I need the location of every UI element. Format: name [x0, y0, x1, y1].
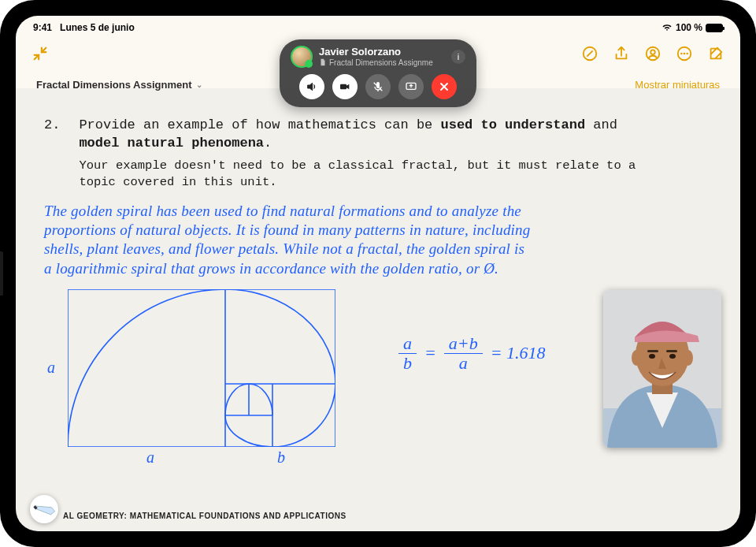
svg-point-18	[632, 350, 641, 366]
facetime-call-panel[interactable]: Javier Solorzano Fractal Dimensions Assi…	[280, 39, 476, 107]
q-text-e: .	[264, 136, 272, 151]
battery-icon	[706, 24, 723, 32]
call-info-button[interactable]: i	[451, 50, 465, 64]
svg-point-4	[680, 53, 683, 55]
answer-line4: a logarithmic spiral that grows in accor…	[44, 259, 712, 278]
mute-button[interactable]	[365, 74, 391, 99]
svg-point-19	[684, 350, 693, 366]
question-block: 2. Provide an example of how mathematics…	[44, 117, 712, 191]
golden-spiral-drawing	[68, 289, 335, 447]
label-b-bottom: b	[277, 448, 285, 467]
svg-rect-7	[68, 289, 335, 447]
info-letter: i	[458, 52, 459, 61]
status-date: Lunes 5 de junio	[60, 22, 135, 33]
svg-point-2	[650, 50, 655, 54]
screenshare-button[interactable]	[398, 74, 424, 99]
document-icon	[319, 58, 327, 66]
fraction-ab: a b	[398, 335, 417, 372]
caller-avatar[interactable]	[291, 46, 313, 68]
golden-ratio-equation: a b = a+b a = 1.618	[398, 335, 546, 372]
status-left: 9:41 Lunes 5 de junio	[33, 22, 135, 33]
caller-sub-label: Fractal Dimensions Assignme	[329, 58, 433, 67]
ipad-side-button	[0, 251, 3, 296]
svg-point-20	[649, 354, 655, 359]
status-time: 9:41	[33, 22, 52, 33]
svg-rect-23	[666, 350, 677, 352]
question-number: 2.	[44, 117, 60, 191]
camera-button[interactable]	[332, 74, 358, 99]
q-text-b: used to understand	[440, 117, 585, 132]
collaborators-icon[interactable]	[644, 45, 662, 62]
footer-book-title: AL GEOMETRY: MATHEMATICAL FOUNDATIONS AN…	[63, 512, 346, 520]
document-title-label: Fractal Dimensions Assignment	[36, 79, 191, 91]
handwritten-answer: The golden spiral has been used to find …	[44, 202, 712, 278]
q-text-d: model natural phenomena	[79, 136, 264, 151]
question-body: Provide an example of how mathematics ca…	[79, 117, 646, 191]
q-text-a: Provide an example of how mathematics ca…	[79, 117, 440, 132]
battery-percent: 100 %	[676, 22, 702, 33]
caller-name: Javier Solorzano	[319, 47, 445, 58]
status-right: 100 %	[662, 22, 723, 33]
show-thumbnails-link[interactable]: Mostrar miniaturas	[635, 79, 720, 91]
frac2-den: a	[454, 354, 472, 372]
svg-rect-24	[340, 84, 346, 90]
eq-equals-1: =	[424, 343, 436, 363]
frac-den: b	[398, 354, 417, 372]
compose-icon[interactable]	[707, 45, 724, 62]
svg-point-5	[684, 53, 686, 55]
label-a-bottom: a	[146, 448, 154, 467]
svg-rect-22	[647, 350, 658, 352]
facetime-selfview[interactable]	[603, 290, 721, 448]
status-bar: 9:41 Lunes 5 de junio 100 %	[16, 16, 740, 36]
share-icon[interactable]	[613, 45, 630, 62]
svg-point-21	[669, 354, 676, 359]
frac-num: a	[398, 335, 417, 354]
answer-line2: proportions of natural objects. It is fo…	[44, 221, 712, 240]
more-icon[interactable]	[676, 45, 693, 62]
collapse-fullscreen-icon[interactable]	[32, 45, 49, 62]
markup-icon[interactable]	[581, 45, 598, 62]
answer-line1: The golden spiral has been used to find …	[44, 202, 712, 221]
caller-sharing-doc: Fractal Dimensions Assignme	[319, 58, 445, 67]
frac2-num: a+b	[444, 335, 483, 354]
q-text-c: and	[585, 117, 617, 132]
document-title-dropdown[interactable]: Fractal Dimensions Assignment ⌄	[36, 79, 202, 91]
speaker-button[interactable]	[299, 74, 324, 99]
svg-point-6	[686, 53, 688, 55]
end-call-button[interactable]	[432, 74, 457, 99]
call-header: Javier Solorzano Fractal Dimensions Assi…	[291, 46, 465, 68]
screen: 9:41 Lunes 5 de junio 100 %	[16, 16, 740, 531]
chevron-down-icon: ⌄	[196, 80, 202, 89]
answer-line3: shells, plant leaves, and flower petals.…	[44, 240, 712, 259]
markup-pencil-button[interactable]	[30, 495, 58, 523]
label-a-left: a	[47, 359, 55, 377]
caller-name-block: Javier Solorzano Fractal Dimensions Assi…	[319, 47, 445, 66]
wifi-icon	[662, 24, 673, 32]
eq-value: = 1.618	[491, 343, 546, 363]
question-subtext: Your example doesn't need to be a classi…	[79, 158, 646, 191]
call-buttons	[291, 74, 465, 99]
fraction-aplusb: a+b a	[444, 335, 483, 372]
